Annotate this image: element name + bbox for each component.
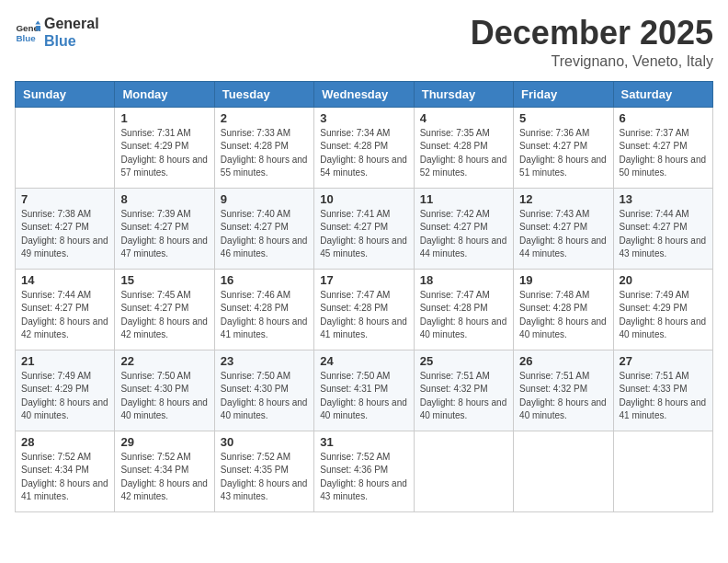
day-number: 17 [320, 273, 407, 287]
day-number: 22 [120, 354, 208, 368]
calendar-cell: 11Sunrise: 7:42 AMSunset: 4:27 PMDayligh… [414, 188, 513, 269]
weekday-header-wednesday: Wednesday [314, 81, 414, 107]
day-number: 9 [221, 192, 308, 206]
logo-text-blue: Blue [44, 32, 99, 50]
page-header: General Blue General Blue December 2025 … [15, 15, 713, 70]
logo: General Blue General Blue [15, 15, 99, 50]
day-info: Sunrise: 7:37 AMSunset: 4:27 PMDaylight:… [620, 127, 707, 180]
day-info: Sunrise: 7:41 AMSunset: 4:27 PMDaylight:… [320, 208, 407, 261]
calendar-cell: 14Sunrise: 7:44 AMSunset: 4:27 PMDayligh… [16, 269, 115, 350]
day-number: 19 [519, 273, 607, 287]
day-info: Sunrise: 7:40 AMSunset: 4:27 PMDaylight:… [221, 208, 308, 261]
day-number: 26 [519, 354, 607, 368]
calendar-cell: 26Sunrise: 7:51 AMSunset: 4:32 PMDayligh… [514, 350, 613, 431]
day-number: 13 [620, 192, 707, 206]
title-block: December 2025 Trevignano, Veneto, Italy [471, 15, 713, 70]
calendar-cell: 13Sunrise: 7:44 AMSunset: 4:27 PMDayligh… [613, 188, 712, 269]
day-number: 23 [221, 354, 308, 368]
day-info: Sunrise: 7:34 AMSunset: 4:28 PMDaylight:… [320, 127, 407, 180]
day-number: 29 [120, 435, 208, 449]
logo-text-general: General [44, 15, 99, 32]
calendar-cell: 22Sunrise: 7:50 AMSunset: 4:30 PMDayligh… [115, 350, 214, 431]
day-info: Sunrise: 7:31 AMSunset: 4:29 PMDaylight:… [120, 127, 208, 180]
day-info: Sunrise: 7:49 AMSunset: 4:29 PMDaylight:… [620, 289, 707, 342]
day-info: Sunrise: 7:50 AMSunset: 4:31 PMDaylight:… [320, 370, 407, 423]
weekday-header-saturday: Saturday [613, 81, 712, 107]
day-number: 7 [21, 192, 108, 206]
calendar-cell [613, 431, 712, 511]
day-info: Sunrise: 7:52 AMSunset: 4:35 PMDaylight:… [221, 451, 308, 504]
day-number: 30 [221, 435, 308, 449]
day-info: Sunrise: 7:49 AMSunset: 4:29 PMDaylight:… [21, 370, 108, 423]
calendar-cell: 6Sunrise: 7:37 AMSunset: 4:27 PMDaylight… [613, 107, 712, 188]
day-number: 6 [620, 111, 707, 125]
weekday-header-thursday: Thursday [414, 81, 513, 107]
week-row-4: 21Sunrise: 7:49 AMSunset: 4:29 PMDayligh… [16, 350, 713, 431]
week-row-1: 1Sunrise: 7:31 AMSunset: 4:29 PMDaylight… [16, 107, 713, 188]
calendar-cell: 2Sunrise: 7:33 AMSunset: 4:28 PMDaylight… [214, 107, 313, 188]
calendar-cell: 17Sunrise: 7:47 AMSunset: 4:28 PMDayligh… [314, 269, 414, 350]
calendar-cell: 7Sunrise: 7:38 AMSunset: 4:27 PMDaylight… [16, 188, 115, 269]
day-info: Sunrise: 7:43 AMSunset: 4:27 PMDaylight:… [519, 208, 607, 261]
day-info: Sunrise: 7:51 AMSunset: 4:32 PMDaylight:… [519, 370, 607, 423]
day-info: Sunrise: 7:47 AMSunset: 4:28 PMDaylight:… [320, 289, 407, 342]
day-info: Sunrise: 7:45 AMSunset: 4:27 PMDaylight:… [120, 289, 208, 342]
calendar-cell: 24Sunrise: 7:50 AMSunset: 4:31 PMDayligh… [314, 350, 414, 431]
day-info: Sunrise: 7:42 AMSunset: 4:27 PMDaylight:… [420, 208, 507, 261]
svg-text:Blue: Blue [16, 33, 36, 43]
calendar-cell: 25Sunrise: 7:51 AMSunset: 4:32 PMDayligh… [414, 350, 513, 431]
weekday-header-monday: Monday [115, 81, 214, 107]
day-info: Sunrise: 7:33 AMSunset: 4:28 PMDaylight:… [221, 127, 308, 180]
calendar-table: SundayMondayTuesdayWednesdayThursdayFrid… [15, 81, 713, 512]
calendar-cell: 20Sunrise: 7:49 AMSunset: 4:29 PMDayligh… [613, 269, 712, 350]
calendar-cell: 19Sunrise: 7:48 AMSunset: 4:28 PMDayligh… [514, 269, 613, 350]
calendar-cell [16, 107, 115, 188]
day-info: Sunrise: 7:50 AMSunset: 4:30 PMDaylight:… [120, 370, 208, 423]
calendar-cell: 10Sunrise: 7:41 AMSunset: 4:27 PMDayligh… [314, 188, 414, 269]
day-number: 10 [320, 192, 407, 206]
day-number: 8 [120, 192, 208, 206]
calendar-cell: 15Sunrise: 7:45 AMSunset: 4:27 PMDayligh… [115, 269, 214, 350]
calendar-cell [514, 431, 613, 511]
calendar-cell: 5Sunrise: 7:36 AMSunset: 4:27 PMDaylight… [514, 107, 613, 188]
day-number: 1 [120, 111, 208, 125]
calendar-cell [414, 431, 513, 511]
day-info: Sunrise: 7:36 AMSunset: 4:27 PMDaylight:… [519, 127, 607, 180]
day-info: Sunrise: 7:51 AMSunset: 4:33 PMDaylight:… [620, 370, 707, 423]
calendar-cell: 18Sunrise: 7:47 AMSunset: 4:28 PMDayligh… [414, 269, 513, 350]
day-info: Sunrise: 7:52 AMSunset: 4:34 PMDaylight:… [120, 451, 208, 504]
week-row-2: 7Sunrise: 7:38 AMSunset: 4:27 PMDaylight… [16, 188, 713, 269]
day-info: Sunrise: 7:52 AMSunset: 4:34 PMDaylight:… [21, 451, 108, 504]
day-info: Sunrise: 7:44 AMSunset: 4:27 PMDaylight:… [620, 208, 707, 261]
day-info: Sunrise: 7:35 AMSunset: 4:28 PMDaylight:… [420, 127, 507, 180]
day-number: 5 [519, 111, 607, 125]
calendar-cell: 23Sunrise: 7:50 AMSunset: 4:30 PMDayligh… [214, 350, 313, 431]
day-info: Sunrise: 7:47 AMSunset: 4:28 PMDaylight:… [420, 289, 507, 342]
day-number: 31 [320, 435, 407, 449]
day-number: 2 [221, 111, 308, 125]
location: Trevignano, Veneto, Italy [471, 53, 713, 70]
day-number: 18 [420, 273, 507, 287]
day-number: 15 [120, 273, 208, 287]
calendar-cell: 4Sunrise: 7:35 AMSunset: 4:28 PMDaylight… [414, 107, 513, 188]
calendar-cell: 30Sunrise: 7:52 AMSunset: 4:35 PMDayligh… [214, 431, 313, 511]
day-info: Sunrise: 7:38 AMSunset: 4:27 PMDaylight:… [21, 208, 108, 261]
day-number: 24 [320, 354, 407, 368]
day-number: 21 [21, 354, 108, 368]
day-number: 28 [21, 435, 108, 449]
day-info: Sunrise: 7:39 AMSunset: 4:27 PMDaylight:… [120, 208, 208, 261]
day-number: 27 [620, 354, 707, 368]
week-row-5: 28Sunrise: 7:52 AMSunset: 4:34 PMDayligh… [16, 431, 713, 511]
weekday-header-friday: Friday [514, 81, 613, 107]
day-info: Sunrise: 7:51 AMSunset: 4:32 PMDaylight:… [420, 370, 507, 423]
logo-icon: General Blue [15, 19, 40, 45]
calendar-cell: 29Sunrise: 7:52 AMSunset: 4:34 PMDayligh… [115, 431, 214, 511]
calendar-cell: 28Sunrise: 7:52 AMSunset: 4:34 PMDayligh… [16, 431, 115, 511]
week-row-3: 14Sunrise: 7:44 AMSunset: 4:27 PMDayligh… [16, 269, 713, 350]
calendar-cell: 21Sunrise: 7:49 AMSunset: 4:29 PMDayligh… [16, 350, 115, 431]
month-title: December 2025 [471, 15, 713, 52]
day-number: 11 [420, 192, 507, 206]
day-info: Sunrise: 7:46 AMSunset: 4:28 PMDaylight:… [221, 289, 308, 342]
day-info: Sunrise: 7:44 AMSunset: 4:27 PMDaylight:… [21, 289, 108, 342]
calendar-cell: 9Sunrise: 7:40 AMSunset: 4:27 PMDaylight… [214, 188, 313, 269]
